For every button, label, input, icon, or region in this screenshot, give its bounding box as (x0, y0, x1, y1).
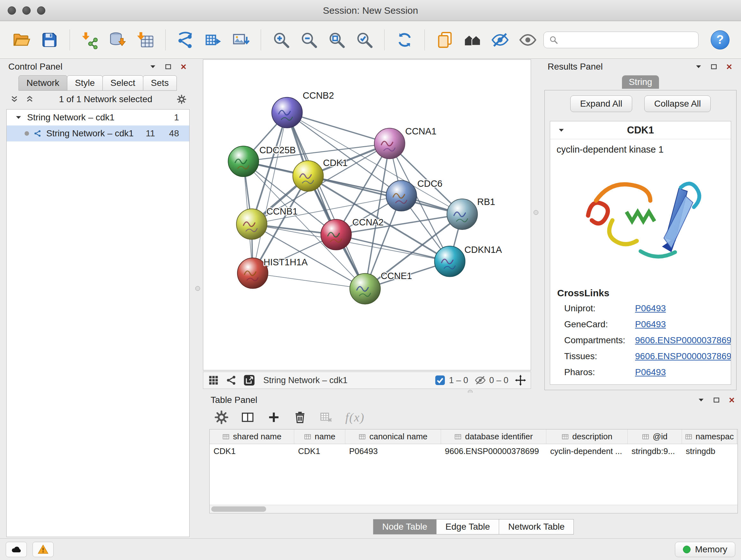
tab-style[interactable]: Style (67, 75, 103, 91)
table-cell[interactable]: stringdb (682, 446, 737, 456)
table-cell[interactable]: CDK1 (294, 446, 345, 456)
panel-float-icon[interactable] (710, 63, 718, 71)
crosslink-value-link[interactable]: P06493 (635, 367, 666, 377)
node-CDC6[interactable] (386, 180, 417, 211)
help-button[interactable]: ? (711, 30, 730, 50)
column-header-shared-name[interactable]: shared name (210, 429, 294, 444)
warnings-button[interactable] (32, 542, 54, 557)
save-session-button[interactable] (37, 26, 62, 54)
home-view-button[interactable] (460, 26, 485, 54)
expand-all-icon[interactable] (25, 95, 35, 104)
column-header--id[interactable]: @id (628, 429, 682, 444)
tab-sets[interactable]: Sets (143, 75, 177, 91)
protein-card-header[interactable]: CDK1 (550, 121, 731, 139)
hide-selected-button[interactable] (488, 26, 513, 54)
table-cell[interactable]: CDK1 (210, 446, 294, 456)
panel-close-icon[interactable] (179, 63, 188, 71)
grid-view-icon[interactable] (208, 374, 219, 386)
gear-icon[interactable] (177, 95, 186, 104)
table-cell[interactable]: 9606.ENSP00000378699 (441, 446, 546, 456)
hidden-eye-icon[interactable] (475, 374, 486, 386)
show-columns-icon[interactable] (241, 410, 255, 424)
delete-column-icon[interactable] (293, 410, 307, 424)
column-header-description[interactable]: description (546, 429, 628, 444)
selected-checkbox-icon[interactable] (434, 374, 446, 386)
export-network-button[interactable] (201, 26, 226, 54)
caret-down-icon[interactable] (557, 126, 565, 134)
node-CDKN1A[interactable] (434, 246, 465, 277)
node-CCNA2[interactable] (321, 219, 351, 250)
column-header-database-identifier[interactable]: database identifier (441, 429, 546, 444)
table-horizontal-scrollbar[interactable] (210, 505, 738, 513)
scrollbar-thumb[interactable] (211, 506, 266, 512)
tab-node-table[interactable]: Node Table (373, 519, 436, 535)
node-CCNA1[interactable] (374, 128, 405, 159)
splitter-handle[interactable] (534, 210, 538, 215)
refresh-view-button[interactable] (392, 26, 417, 54)
table-cell[interactable]: P06493 (345, 446, 441, 456)
panel-menu-icon[interactable] (697, 396, 705, 404)
duplicate-button[interactable] (432, 26, 457, 54)
crosslink-value-link[interactable]: P06493 (635, 319, 666, 329)
edge-CCNB2-HIST1H1A[interactable] (253, 113, 287, 273)
node-CCNB2[interactable] (272, 98, 302, 128)
tab-edge-table[interactable]: Edge Table (436, 519, 499, 535)
panel-float-icon[interactable] (712, 396, 721, 404)
network-view-mode-icon[interactable] (226, 374, 237, 386)
add-column-icon[interactable] (267, 410, 281, 424)
network-row[interactable]: String Network – cdk1 11 48 (7, 125, 189, 141)
node-RB1[interactable] (447, 199, 477, 230)
panel-menu-icon[interactable] (694, 63, 703, 71)
node-CDK1[interactable] (293, 161, 323, 191)
search-input[interactable] (562, 35, 693, 45)
crosslink-value-link[interactable]: P06493 (635, 303, 666, 314)
zoom-out-button[interactable] (296, 26, 321, 54)
gear-icon[interactable] (214, 410, 228, 424)
node-CCNB1[interactable] (237, 209, 267, 240)
cloud-button[interactable] (6, 542, 27, 557)
network-canvas[interactable]: CCNB2CCNA1CDC25BCDK1CDC6RB1CCNB1CCNA2CDK… (203, 60, 531, 370)
table-cell[interactable]: stringdb:9... (628, 446, 682, 456)
collapse-all-icon[interactable] (10, 95, 19, 104)
import-table-file-button[interactable] (133, 26, 158, 54)
tab-string[interactable]: String (622, 75, 659, 89)
zoom-selected-button[interactable] (352, 26, 377, 54)
crosslink-value-link[interactable]: 9606.ENSP00000378699 (635, 351, 731, 361)
open-session-button[interactable] (10, 26, 34, 54)
memory-button[interactable]: Memory (675, 542, 735, 557)
node-CDC25B[interactable] (228, 146, 259, 177)
edge-CCNB2-CCNA1[interactable] (287, 113, 390, 144)
detach-view-icon[interactable] (244, 374, 255, 386)
column-header-name[interactable]: name (294, 429, 345, 444)
network-collection-row[interactable]: String Network – cdk1 1 (7, 110, 189, 125)
panel-close-icon[interactable] (728, 396, 736, 404)
tab-select[interactable]: Select (103, 75, 143, 91)
column-header-canonical-name[interactable]: canonical name (345, 429, 441, 444)
window-close-button[interactable] (8, 6, 16, 15)
expand-all-button[interactable]: Expand All (570, 96, 632, 112)
caret-down-icon[interactable] (14, 113, 23, 122)
export-image-button[interactable] (229, 26, 253, 54)
window-minimize-button[interactable] (22, 6, 30, 15)
edge-HIST1H1A-CCNE1[interactable] (253, 273, 365, 289)
show-all-button[interactable] (516, 26, 540, 54)
tab-network[interactable]: Network (18, 75, 67, 91)
node-CCNE1[interactable] (350, 273, 381, 304)
window-zoom-button[interactable] (37, 6, 45, 15)
splitter-handle[interactable] (195, 286, 200, 291)
import-network-database-button[interactable] (105, 26, 130, 54)
zoom-fit-button[interactable] (324, 26, 349, 54)
clone-network-button[interactable] (173, 26, 198, 54)
table-cell[interactable]: cyclin-dependent ... (546, 446, 628, 456)
table-row[interactable]: CDK1CDK1P064939606.ENSP00000378699cyclin… (210, 444, 738, 458)
panel-float-icon[interactable] (164, 63, 172, 71)
import-network-file-button[interactable] (77, 26, 102, 54)
crosslink-value-link[interactable]: 9606.ENSP00000378699 (635, 335, 731, 346)
pan-mode-icon[interactable] (515, 374, 526, 386)
column-header-namespac[interactable]: namespac (682, 429, 737, 444)
collapse-all-button[interactable]: Collapse All (644, 96, 711, 112)
panel-close-icon[interactable] (725, 63, 733, 71)
panel-menu-icon[interactable] (149, 63, 157, 71)
tab-network-table[interactable]: Network Table (499, 519, 574, 535)
zoom-in-button[interactable] (269, 26, 293, 54)
